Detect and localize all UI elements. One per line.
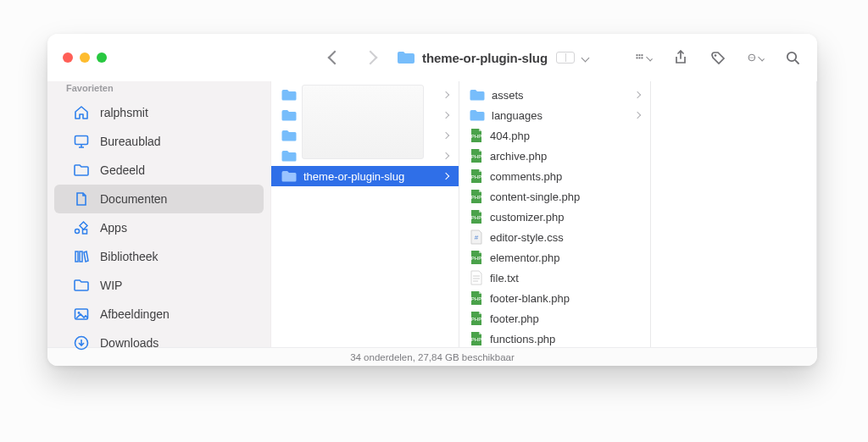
finder-window: theme-or-plugin-slug bbox=[47, 34, 817, 366]
column-1[interactable]: theme-or-plugin-slug bbox=[271, 81, 459, 347]
close-window-button[interactable] bbox=[63, 52, 73, 63]
folder-row-selected[interactable]: theme-or-plugin-slug bbox=[271, 166, 459, 186]
svg-text:PHP: PHP bbox=[471, 195, 481, 200]
view-options-button[interactable] bbox=[636, 50, 651, 65]
folder-row[interactable]: languages bbox=[459, 105, 650, 125]
folder-row[interactable] bbox=[271, 105, 459, 125]
row-label: footer-blank.php bbox=[490, 292, 570, 305]
column-2[interactable]: assetslanguagesPHP404.phpPHParchive.phpP… bbox=[459, 81, 651, 347]
status-text: 34 onderdelen, 27,84 GB beschikbaar bbox=[350, 352, 515, 362]
file-row[interactable]: file.txt bbox=[459, 268, 650, 288]
toolbar-actions bbox=[636, 50, 817, 65]
home-icon bbox=[73, 104, 90, 121]
row-label: editor-style.css bbox=[490, 231, 564, 244]
folder-row[interactable] bbox=[271, 85, 459, 105]
traffic-lights bbox=[47, 52, 107, 63]
svg-rect-8 bbox=[637, 54, 638, 56]
svg-rect-11 bbox=[637, 57, 638, 58]
svg-text:PHP: PHP bbox=[471, 337, 481, 342]
chevron-right-icon bbox=[634, 112, 641, 119]
sidebar-item-documenten[interactable]: Documenten bbox=[54, 185, 264, 213]
svg-text:PHP: PHP bbox=[471, 256, 481, 261]
svg-text:PHP: PHP bbox=[471, 134, 481, 139]
download-icon bbox=[73, 334, 90, 351]
file-row[interactable]: PHPfooter-blank.php bbox=[459, 288, 650, 308]
sidebar-item-label: Bureaublad bbox=[100, 135, 161, 148]
share-button[interactable] bbox=[673, 50, 688, 65]
minimize-window-button[interactable] bbox=[80, 52, 90, 63]
nav-arrows bbox=[327, 50, 378, 65]
row-label: theme-or-plugin-slug bbox=[303, 170, 404, 183]
chevron-down-icon bbox=[581, 53, 590, 62]
image-icon bbox=[73, 306, 90, 323]
file-row[interactable]: PHPelementor.php bbox=[459, 247, 650, 268]
file-row[interactable]: PHP404.php bbox=[459, 125, 650, 146]
forward-button[interactable] bbox=[363, 50, 378, 65]
svg-rect-10 bbox=[642, 54, 643, 56]
sidebar-item-bibliotheek[interactable]: Bibliotheek bbox=[54, 242, 264, 271]
column-3[interactable] bbox=[651, 81, 817, 347]
sidebar-item-label: Downloads bbox=[100, 336, 159, 350]
more-button[interactable] bbox=[748, 50, 763, 65]
row-label: 404.php bbox=[490, 130, 530, 142]
svg-text:PHP: PHP bbox=[471, 296, 481, 301]
toolbar: theme-or-plugin-slug bbox=[47, 34, 817, 81]
sidebar-item-label: Afbeeldingen bbox=[100, 307, 170, 321]
svg-rect-12 bbox=[639, 57, 641, 58]
sidebar-item-wip[interactable]: WIP bbox=[54, 271, 264, 300]
sidebar-item-afbeeldingen[interactable]: Afbeeldingen bbox=[54, 300, 264, 329]
file-row[interactable]: PHPcontent-single.php bbox=[459, 186, 650, 207]
tags-button[interactable] bbox=[710, 50, 726, 65]
svg-point-16 bbox=[749, 57, 750, 58]
row-label: elementor.php bbox=[490, 251, 559, 264]
svg-rect-9 bbox=[639, 54, 641, 56]
path-title[interactable]: theme-or-plugin-slug bbox=[397, 51, 588, 65]
sidebar-item-label: ralphsmit bbox=[100, 106, 148, 119]
file-row[interactable]: #editor-style.css bbox=[459, 227, 650, 247]
sidebar-item-bureaublad[interactable]: Bureaublad bbox=[54, 127, 264, 156]
chevron-right-icon bbox=[634, 91, 641, 98]
column-browser: theme-or-plugin-slug assetslanguagesPHP4… bbox=[271, 81, 817, 347]
file-row[interactable]: PHPcustomizer.php bbox=[459, 207, 650, 227]
sidebar-section-header: Favorieten bbox=[47, 83, 270, 98]
row-label: file.txt bbox=[490, 272, 519, 285]
svg-point-18 bbox=[753, 57, 754, 58]
sidebar-item-gedeeld[interactable]: Gedeeld bbox=[54, 156, 264, 185]
row-label: footer.php bbox=[490, 312, 539, 325]
svg-text:#: # bbox=[475, 234, 479, 241]
doc-icon bbox=[73, 191, 90, 207]
search-button[interactable] bbox=[785, 50, 800, 65]
path-title-label: theme-or-plugin-slug bbox=[422, 51, 548, 65]
chevron-right-icon bbox=[442, 173, 449, 180]
row-label: languages bbox=[492, 109, 542, 122]
file-row[interactable]: PHPcomments.php bbox=[459, 166, 650, 186]
sidebar-item-downloads[interactable]: Downloads bbox=[54, 329, 264, 357]
sidebar-item-label: WIP bbox=[100, 279, 122, 292]
folder-row[interactable]: assets bbox=[459, 85, 650, 105]
svg-rect-13 bbox=[642, 57, 643, 58]
back-button[interactable] bbox=[327, 50, 342, 65]
file-row[interactable]: PHPfunctions.php bbox=[459, 329, 650, 347]
chevron-right-icon bbox=[442, 91, 449, 98]
sidebar-item-apps[interactable]: Apps bbox=[54, 213, 264, 242]
zoom-window-button[interactable] bbox=[97, 52, 107, 63]
row-label: archive.php bbox=[490, 150, 547, 163]
row-label: content-single.php bbox=[490, 191, 580, 203]
file-row[interactable]: PHPfooter.php bbox=[459, 308, 650, 329]
file-row[interactable]: PHParchive.php bbox=[459, 146, 650, 166]
sidebar-item-ralphsmit[interactable]: ralphsmit bbox=[54, 98, 264, 127]
row-label: assets bbox=[492, 89, 524, 102]
svg-text:PHP: PHP bbox=[471, 215, 481, 220]
row-label: customizer.php bbox=[490, 211, 564, 224]
svg-point-14 bbox=[715, 54, 717, 57]
columns-toggle-icon bbox=[556, 52, 575, 64]
svg-text:PHP: PHP bbox=[471, 154, 481, 159]
row-label: functions.php bbox=[490, 333, 555, 345]
folder-icon bbox=[397, 51, 415, 64]
sidebar-item-label: Documenten bbox=[100, 192, 167, 206]
apps-icon bbox=[73, 219, 90, 236]
folder-row[interactable] bbox=[271, 146, 459, 166]
svg-text:PHP: PHP bbox=[471, 174, 481, 180]
folder-row[interactable] bbox=[271, 125, 459, 146]
chevron-right-icon bbox=[442, 152, 449, 159]
